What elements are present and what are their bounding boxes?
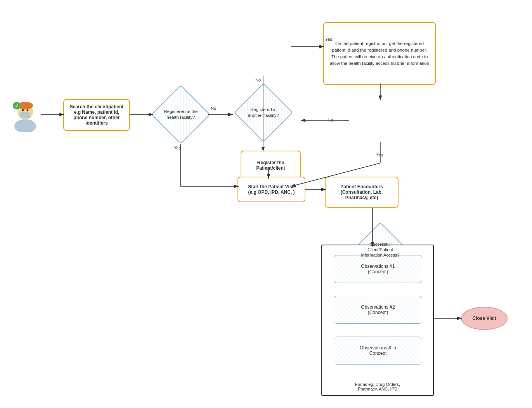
registered-another-label: Registered in another facility? [244,107,283,118]
obs2-box: Observations #2 (Concept) [334,296,422,324]
registered-facility-label: Registered in the health facility? [161,109,200,120]
container-label: Forms eg. Drug Orders, Pharmacy, ANC, IP… [322,382,433,391]
search-label: Search the client/patient e.g Name, pati… [69,104,125,126]
svg-point-22 [22,109,24,111]
search-box: Search the client/patient e.g Name, pati… [63,99,130,131]
successful-access-label: Successful Client/Patient Information Ac… [361,241,400,258]
start-visit-box: Start the Patient Visit (e.g OPD, IPD, A… [237,177,305,202]
svg-point-16 [14,119,36,132]
registered-facility-diamond: Registered in the health facility? [151,83,210,146]
close-visit-button[interactable]: Close Visit [461,307,508,330]
no-label-2: No [255,78,261,82]
patient-encounters-label: Patient Encounters (Consultation, Lab, P… [340,184,383,200]
obs3-box: Observations #..n Concept [334,337,422,365]
yes-label-3: Yes [376,153,383,157]
yes-label-1: Yes [174,146,181,150]
svg-point-23 [27,109,29,111]
registered-another-diamond: Registered in another facility? [232,82,295,144]
register-patient-label: Register the Patient/client [256,160,285,171]
no-label-1: No [211,106,216,111]
close-visit-label: Close Visit [472,316,496,321]
no-label-3: No [328,118,333,122]
get-registered-label: On the patient registration, get the reg… [329,40,430,67]
obs3-label: Observations #..n Concept [360,345,396,356]
svg-rect-19 [20,112,30,118]
svg-text:✓: ✓ [15,103,19,109]
patient-encounters-box: Patient Encounters (Consultation, Lab, P… [325,177,399,208]
get-registered-box: On the patient registration, get the reg… [323,22,436,85]
register-patient-box: Register the Patient/client [241,151,301,180]
obs1-box: Observations #1 (Concept) [334,255,422,283]
obs2-label: Observations #2 (Concept) [361,304,395,315]
observations-container: Observations #1 (Concept) Observations #… [321,245,434,396]
obs1-label: Observations #1 (Concept) [361,264,395,274]
person-icon: ✓ [10,97,41,132]
yes-label-2: Yes [325,37,332,42]
start-visit-label: Start the Patient Visit (e.g OPD, IPD, A… [248,184,295,195]
